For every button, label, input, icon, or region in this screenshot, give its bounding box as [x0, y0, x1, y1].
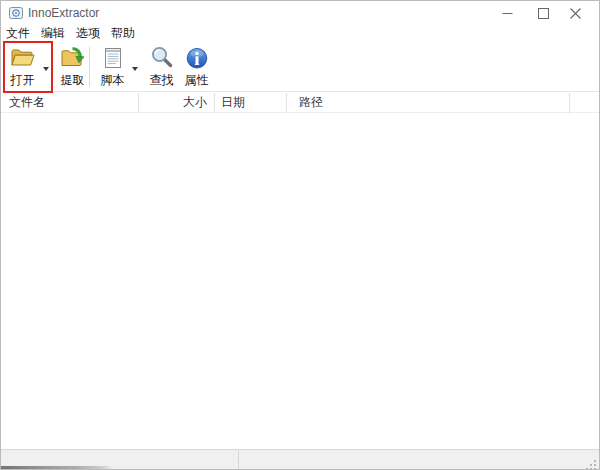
- maximize-icon: [538, 8, 549, 19]
- menu-item-help[interactable]: 帮助: [107, 25, 139, 41]
- close-icon: [570, 8, 581, 19]
- toolbar-separator: [89, 47, 90, 87]
- extract-folder-icon: [60, 45, 86, 71]
- properties-button[interactable]: 属性: [178, 43, 215, 89]
- info-icon: [184, 45, 210, 71]
- file-list-header: 文件名 大小 日期 路径: [1, 91, 599, 113]
- menu-bar: 文件 编辑 选项 帮助: [1, 25, 599, 41]
- column-header-path[interactable]: 路径: [286, 92, 569, 113]
- app-window: InnoExtractor 文件 编辑 选项 帮助 打开: [0, 0, 600, 470]
- window-title: InnoExtractor: [28, 6, 99, 20]
- column-header-size[interactable]: 大小: [138, 92, 214, 113]
- minimize-icon: [502, 8, 513, 19]
- column-header-filename[interactable]: 文件名: [1, 92, 138, 113]
- menu-item-edit[interactable]: 编辑: [37, 25, 69, 41]
- file-list-area: [1, 114, 599, 449]
- properties-button-label: 属性: [185, 73, 209, 87]
- open-dropdown-arrow-icon[interactable]: [43, 67, 49, 71]
- menu-item-file[interactable]: 文件: [2, 25, 34, 41]
- find-button[interactable]: 查找: [143, 43, 180, 89]
- title-bar[interactable]: InnoExtractor: [1, 1, 599, 25]
- status-bar-separator: [238, 451, 239, 470]
- script-document-icon: [100, 45, 126, 71]
- close-button[interactable]: [561, 1, 589, 25]
- toolbar: 打开 提取: [1, 41, 599, 91]
- menu-item-options[interactable]: 选项: [72, 25, 104, 41]
- extract-button-label: 提取: [61, 73, 85, 87]
- resize-grip-icon[interactable]: [586, 457, 597, 468]
- taskbar-edge-smudge: [1, 466, 113, 469]
- open-button[interactable]: 打开: [4, 43, 41, 89]
- column-separator[interactable]: [138, 93, 139, 112]
- minimize-button[interactable]: [493, 1, 521, 25]
- script-button-label: 脚本: [101, 73, 125, 87]
- extract-button[interactable]: 提取: [54, 43, 91, 89]
- script-button[interactable]: 脚本: [94, 43, 131, 89]
- open-folder-icon: [10, 45, 36, 71]
- status-panel-right: [245, 450, 585, 470]
- find-button-label: 查找: [150, 73, 174, 87]
- column-separator[interactable]: [286, 93, 287, 112]
- column-header-date[interactable]: 日期: [214, 92, 286, 113]
- script-dropdown-arrow-icon[interactable]: [132, 67, 138, 71]
- column-separator[interactable]: [214, 93, 215, 112]
- app-icon: [9, 6, 23, 20]
- search-magnifier-icon: [149, 45, 175, 71]
- maximize-button[interactable]: [529, 1, 557, 25]
- open-button-label: 打开: [11, 73, 35, 87]
